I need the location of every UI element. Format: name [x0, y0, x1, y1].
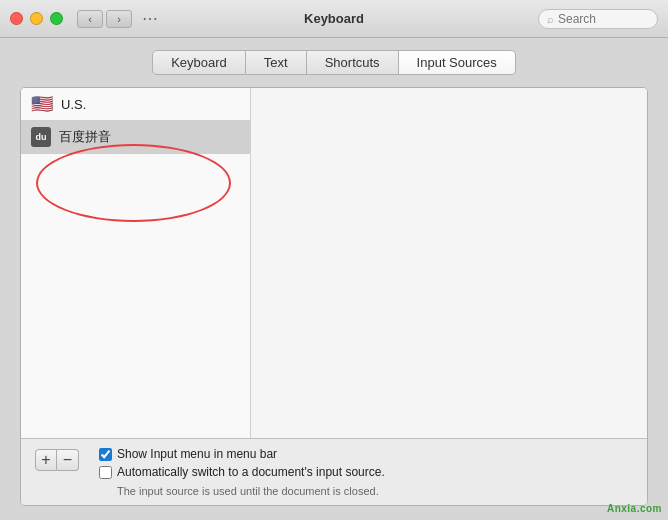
baidu-icon: du: [31, 127, 51, 147]
tab-shortcuts[interactable]: Shortcuts: [307, 50, 399, 75]
show-input-menu-label: Show Input menu in menu bar: [117, 447, 277, 461]
window-title: Keyboard: [304, 11, 364, 26]
titlebar: ‹ › ⋯ Keyboard ⌕: [0, 0, 668, 38]
back-button[interactable]: ‹: [77, 10, 103, 28]
us-label: U.S.: [61, 97, 86, 112]
forward-button[interactable]: ›: [106, 10, 132, 28]
minimize-button[interactable]: [30, 12, 43, 25]
watermark: Anxia.com: [607, 503, 662, 514]
auto-switch-checkbox[interactable]: [99, 466, 112, 479]
nav-buttons: ‹ ›: [77, 10, 132, 28]
panel-body: 🇺🇸 U.S. du 百度拼音: [21, 88, 647, 438]
remove-button[interactable]: −: [57, 449, 79, 471]
panel: 🇺🇸 U.S. du 百度拼音 + − Show Input menu i: [20, 87, 648, 506]
window-controls: [10, 12, 63, 25]
right-panel: [251, 88, 647, 438]
add-button[interactable]: +: [35, 449, 57, 471]
add-remove-buttons: + −: [35, 449, 79, 471]
list-item-baidu[interactable]: du 百度拼音: [21, 120, 250, 154]
tab-input-sources[interactable]: Input Sources: [399, 50, 516, 75]
annotation-circle: [36, 144, 231, 222]
auto-switch-label: Automatically switch to a document's inp…: [117, 465, 385, 479]
show-input-menu-row[interactable]: Show Input menu in menu bar: [99, 447, 385, 461]
hint-text: The input source is used until the docum…: [117, 485, 385, 497]
search-icon: ⌕: [547, 13, 554, 25]
show-input-menu-checkbox[interactable]: [99, 448, 112, 461]
main-content: Keyboard Text Shortcuts Input Sources 🇺🇸…: [0, 38, 668, 520]
baidu-label: 百度拼音: [59, 128, 111, 146]
grid-icon[interactable]: ⋯: [142, 9, 158, 28]
auto-switch-row[interactable]: Automatically switch to a document's inp…: [99, 465, 385, 479]
tab-bar: Keyboard Text Shortcuts Input Sources: [20, 50, 648, 75]
close-button[interactable]: [10, 12, 23, 25]
search-input[interactable]: [558, 12, 648, 26]
options-area: Show Input menu in menu bar Automaticall…: [99, 447, 385, 497]
maximize-button[interactable]: [50, 12, 63, 25]
input-list: 🇺🇸 U.S. du 百度拼音: [21, 88, 251, 438]
bottom-bar: + − Show Input menu in menu bar Automati…: [21, 438, 647, 505]
search-box[interactable]: ⌕: [538, 9, 658, 29]
list-item-us[interactable]: 🇺🇸 U.S.: [21, 88, 250, 120]
us-flag-icon: 🇺🇸: [31, 95, 53, 113]
tab-keyboard[interactable]: Keyboard: [152, 50, 246, 75]
tab-text[interactable]: Text: [246, 50, 307, 75]
